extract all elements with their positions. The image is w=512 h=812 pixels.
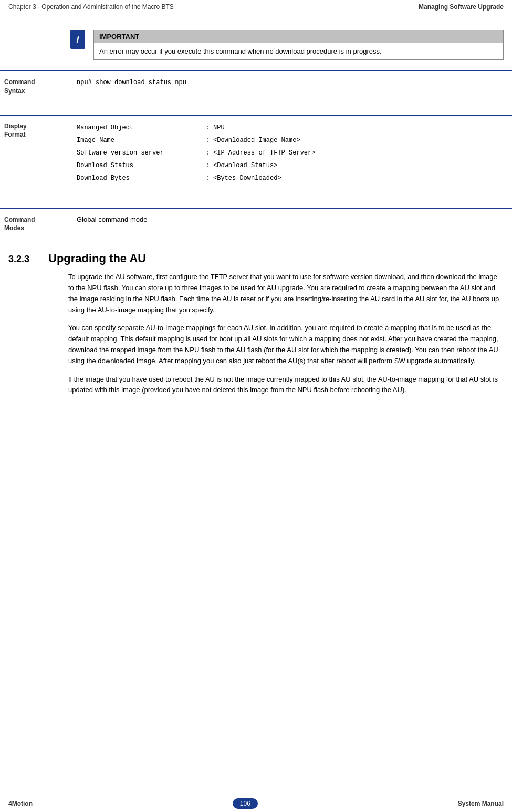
- display-row: Download Status:<Download Status>: [77, 162, 504, 169]
- display-format-section: DisplayFormat Mananged Object:NPUImage N…: [0, 115, 512, 196]
- section-number: 3.2.3: [8, 254, 40, 265]
- paragraph-1: To upgrade the AU software, first config…: [68, 272, 504, 315]
- footer-page-number: 106: [233, 798, 258, 809]
- display-key: Download Bytes: [77, 174, 203, 182]
- section-title: Upgrading the AU: [48, 252, 146, 265]
- command-modes-label: CommandModes: [0, 209, 68, 240]
- display-value: <Download Status>: [213, 162, 277, 169]
- main-content: i IMPORTANT An error may occur if you ex…: [0, 14, 512, 403]
- display-value: NPU: [213, 124, 225, 131]
- display-colon: :: [203, 174, 213, 182]
- paragraph-3: If the image that you have used to reboo…: [68, 374, 504, 396]
- paragraph-2: You can specify separate AU-to-image map…: [68, 323, 504, 366]
- display-format-label: DisplayFormat: [0, 116, 68, 196]
- header-chapter: Chapter 3 - Operation and Administration…: [8, 3, 174, 11]
- display-colon: :: [203, 137, 213, 144]
- command-syntax-value: npu# show download status npu: [77, 79, 186, 86]
- display-row: Image Name:<Downloaded Image Name>: [77, 137, 504, 144]
- command-syntax-label: CommandSyntax: [0, 71, 68, 102]
- important-text: An error may occur if you execute this c…: [94, 43, 503, 59]
- display-colon: :: [203, 162, 213, 169]
- page-footer: 4Motion 106 System Manual: [0, 795, 512, 812]
- display-key: Image Name: [77, 137, 203, 144]
- display-table: Mananged Object:NPUImage Name:<Downloade…: [77, 124, 504, 182]
- display-row: Mananged Object:NPU: [77, 124, 504, 131]
- display-row: Download Bytes:<Bytes Downloaded>: [77, 174, 504, 182]
- important-title: IMPORTANT: [94, 30, 503, 43]
- display-value: <Bytes Downloaded>: [213, 174, 281, 182]
- important-box: IMPORTANT An error may occur if you exec…: [93, 30, 504, 60]
- command-modes-section: CommandModes Global command mode: [0, 208, 512, 240]
- command-modes-value: Global command mode: [77, 215, 147, 223]
- info-icon-img: i: [70, 30, 85, 49]
- header-section: Managing Software Upgrade: [419, 3, 504, 11]
- display-key: Download Status: [77, 162, 203, 169]
- command-modes-content: Global command mode: [68, 209, 512, 240]
- command-syntax-section: CommandSyntax npu# show download status …: [0, 70, 512, 102]
- display-colon: :: [203, 149, 213, 157]
- display-colon: :: [203, 124, 213, 131]
- display-format-content: Mananged Object:NPUImage Name:<Downloade…: [68, 116, 512, 196]
- command-syntax-content: npu# show download status npu: [68, 71, 512, 102]
- important-section: i IMPORTANT An error may occur if you ex…: [68, 30, 504, 60]
- page-header: Chapter 3 - Operation and Administration…: [0, 0, 512, 14]
- info-icon: i: [68, 30, 87, 49]
- display-value: <IP Address of TFTP Server>: [213, 149, 315, 157]
- footer-right: System Manual: [458, 800, 504, 807]
- section-heading: 3.2.3 Upgrading the AU: [8, 252, 504, 265]
- display-key: Mananged Object: [77, 124, 203, 131]
- display-value: <Downloaded Image Name>: [213, 137, 300, 144]
- footer-left: 4Motion: [8, 800, 33, 807]
- display-key: Software version server: [77, 149, 203, 157]
- display-row: Software version server:<IP Address of T…: [77, 149, 504, 157]
